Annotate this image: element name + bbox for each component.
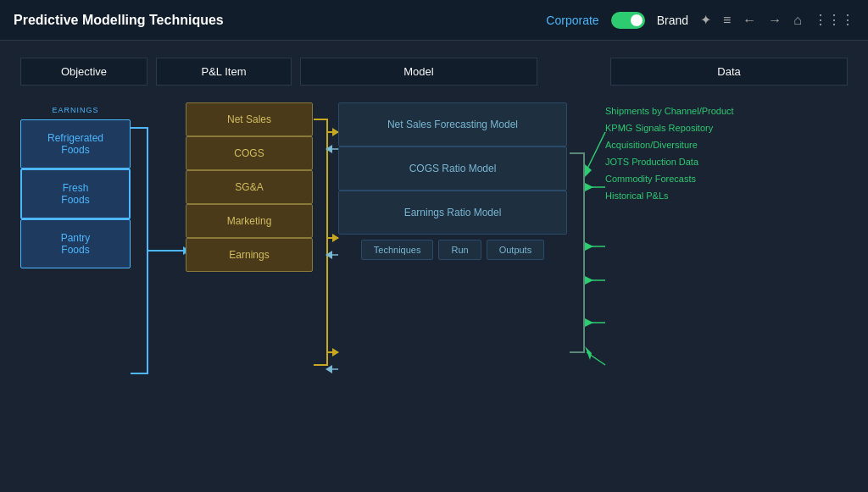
pl-item-earnings[interactable]: Earnings: [186, 238, 313, 272]
data-item-commodity[interactable]: Commodity Forecasts: [605, 170, 834, 187]
model-column: Net Sales Forecasting Model COGS Ratio M…: [338, 102, 567, 260]
svg-marker-9: [326, 145, 332, 153]
svg-marker-7: [332, 348, 339, 357]
pl-column: Net Sales COGS SG&A Marketing Earnings: [186, 102, 313, 272]
svg-marker-23: [585, 318, 593, 327]
main-content: Objective P&L Item Model Data: [0, 41, 868, 492]
column-headers: Objective P&L Item Model Data: [20, 58, 848, 86]
header-model: Model: [300, 58, 537, 86]
menu-icon[interactable]: ≡: [723, 13, 731, 28]
model-item-netsales[interactable]: Net Sales Forecasting Model: [338, 102, 567, 146]
forward-icon[interactable]: →: [768, 13, 782, 28]
corp-brand-toggle[interactable]: [611, 12, 645, 29]
data-item-jots[interactable]: JOTS Production Data: [605, 153, 834, 170]
back-icon[interactable]: ←: [743, 13, 756, 28]
outputs-button[interactable]: Outputs: [487, 240, 545, 260]
home-icon[interactable]: ⌂: [793, 13, 802, 28]
svg-line-14: [587, 132, 605, 170]
header-controls: Corporate Brand ✦ ≡ ← → ⌂ ⋮⋮⋮: [546, 12, 854, 29]
techniques-button[interactable]: Techniques: [361, 240, 434, 260]
svg-marker-21: [585, 276, 593, 285]
page-title: Predictive Modelling Techniques: [14, 13, 546, 28]
earnings-label: EARNINGS: [20, 102, 131, 114]
diagram-area: EARNINGS RefrigeratedFoods FreshFoods Pa…: [20, 102, 848, 390]
header-data: Data: [610, 58, 848, 86]
obj-item-refrigerated[interactable]: RefrigeratedFoods: [20, 119, 131, 169]
header-pl: P&L Item: [156, 58, 292, 86]
obj-item-pantry[interactable]: PantryFoods: [20, 219, 131, 268]
data-column: Shipments by Channel/Product KPMG Signal…: [605, 102, 834, 204]
pl-item-sga[interactable]: SG&A: [186, 170, 313, 204]
brand-label: Brand: [657, 14, 688, 27]
model-item-earnings[interactable]: Earnings Ratio Model: [338, 191, 567, 235]
svg-marker-25: [585, 346, 592, 360]
data-item-acquisition[interactable]: Acquisition/Diversiture: [605, 136, 834, 153]
pl-item-netsales[interactable]: Net Sales: [186, 102, 313, 136]
model-item-cogs[interactable]: COGS Ratio Model: [338, 146, 567, 191]
pl-item-marketing[interactable]: Marketing: [186, 204, 313, 238]
corporate-label: Corporate: [546, 14, 598, 27]
star-icon[interactable]: ✦: [700, 12, 711, 28]
data-item-shipments[interactable]: Shipments by Channel/Product: [605, 102, 834, 119]
header-objective: Objective: [20, 58, 147, 86]
run-button[interactable]: Run: [438, 240, 481, 260]
header: Predictive Modelling Techniques Corporat…: [0, 0, 868, 41]
svg-marker-15: [585, 164, 592, 177]
svg-marker-17: [585, 183, 593, 191]
svg-line-24: [587, 352, 605, 365]
obj-item-fresh[interactable]: FreshFoods: [20, 169, 131, 219]
objective-column: EARNINGS RefrigeratedFoods FreshFoods Pa…: [20, 102, 131, 268]
pl-item-cogs[interactable]: COGS: [186, 136, 313, 170]
model-buttons: Techniques Run Outputs: [338, 240, 567, 260]
svg-marker-13: [326, 365, 332, 373]
data-item-kpmg[interactable]: KPMG Signals Repository: [605, 119, 834, 136]
svg-marker-19: [585, 242, 593, 251]
svg-marker-11: [326, 251, 332, 259]
grid-icon[interactable]: ⋮⋮⋮: [814, 12, 854, 28]
data-item-historical[interactable]: Historical P&Ls: [605, 187, 834, 204]
